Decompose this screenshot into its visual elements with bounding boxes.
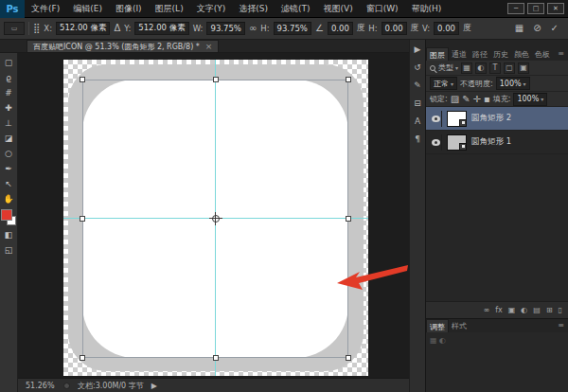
hskew-input[interactable]: 0.00 (382, 22, 407, 35)
commit-transform-icon[interactable]: ✓ (551, 22, 559, 35)
menu-help[interactable]: 帮助(H) (405, 3, 449, 15)
healing-brush-tool[interactable]: ✚ (1, 100, 17, 116)
menu-filter[interactable]: 滤镜(T) (275, 3, 317, 15)
hand-tool[interactable]: ✋ (1, 191, 17, 206)
tab-channels[interactable]: 通道 (449, 47, 470, 61)
tab-adjustments[interactable]: 调整 (426, 319, 449, 332)
layer-name[interactable]: 圆角矩形 1 (471, 136, 511, 148)
layer-style-icon[interactable]: fx (495, 306, 503, 314)
lock-transparency-icon[interactable]: ▨ (451, 93, 459, 106)
menu-view[interactable]: 视图(V) (316, 3, 359, 15)
menu-edit[interactable]: 编辑(E) (66, 3, 109, 15)
document-tab[interactable]: 百度贴吧ICON @ 51.3% (圆角矩形 2, RGB/8) * × (27, 40, 219, 52)
y-input[interactable]: 512.00 像素 (134, 22, 188, 35)
status-bar: 51.26% 文档:3.00M/0 字节 ▶ (18, 378, 409, 392)
eye-icon (432, 139, 440, 146)
opacity-input[interactable]: 100% ▾ (496, 77, 530, 90)
height-input[interactable]: 93.75% (274, 22, 311, 35)
rotate-input[interactable]: 0.00 (328, 22, 353, 35)
layer-row-rounded-rect-1[interactable]: 圆角矩形 1 (426, 131, 568, 154)
close-button[interactable]: ✕ (547, 3, 564, 14)
visibility-toggle[interactable] (430, 111, 442, 127)
expand-panels-icon[interactable]: ▶ (415, 45, 421, 54)
warp-mode-icon[interactable]: ▦ (515, 22, 524, 35)
tab-close-icon[interactable]: × (205, 42, 213, 51)
menu-layer[interactable]: 图层(L) (149, 3, 190, 15)
filter-type-dropdown[interactable]: 类型 ▾ (438, 62, 458, 73)
clone-stamp-tool[interactable]: ⊥ (1, 116, 17, 131)
zoom-level-field[interactable]: 51.26% (26, 382, 56, 390)
new-group-icon[interactable]: ▤ (533, 306, 541, 314)
tab-styles[interactable]: 样式 (449, 319, 470, 332)
link-dimensions-icon[interactable]: ∞ (249, 22, 257, 35)
blend-mode-select[interactable]: 正常 ▾ (430, 77, 457, 90)
blur-tool[interactable]: ○ (1, 146, 17, 161)
filter-type-layers-icon[interactable]: T (489, 62, 501, 74)
path-select-tool[interactable]: ↖ (1, 176, 17, 191)
lock-pixels-icon[interactable]: ✎ (462, 93, 470, 106)
status-options-arrow-icon[interactable]: ▶ (151, 382, 157, 390)
eraser-tool[interactable]: ◪ (1, 131, 17, 146)
adjustment-layer-icon[interactable]: ◐ (521, 306, 527, 314)
tab-layers[interactable]: 图层 (426, 47, 449, 61)
canvas-area[interactable] (18, 53, 409, 378)
foreground-color-swatch[interactable] (1, 209, 12, 221)
cancel-transform-icon[interactable]: ⊘ (533, 22, 541, 35)
filter-smart-objects-icon[interactable]: ▣ (518, 62, 529, 74)
vskew-input[interactable]: 0.00 (434, 22, 459, 35)
menu-window[interactable]: 窗口(W) (360, 3, 405, 15)
layer-mask-icon[interactable]: ▣ (508, 306, 516, 314)
tab-color[interactable]: 颜色 (511, 47, 532, 61)
lock-position-icon[interactable]: ✛ (473, 93, 481, 106)
brush-presets-panel-icon[interactable]: ✎ (414, 80, 421, 90)
tab-history[interactable]: 历史 (490, 47, 511, 61)
layer-name[interactable]: 圆角矩形 2 (471, 113, 511, 124)
rectangular-marquee-tool[interactable]: ▢ (1, 55, 17, 70)
x-input[interactable]: 512.00 像素 (56, 22, 110, 35)
filter-shape-layers-icon[interactable]: ▢ (504, 62, 515, 74)
y-label: Y: (124, 24, 131, 33)
lasso-tool[interactable]: ϱ (1, 70, 17, 85)
reference-point-icon[interactable]: ⣿ (33, 22, 40, 35)
layer-row-rounded-rect-2[interactable]: 圆角矩形 2 (426, 107, 568, 131)
adjustment-preset-icons[interactable]: ▦ ◐ (430, 336, 446, 345)
menu-bar: Ps 文件(F) 编辑(E) 图像(I) 图层(L) 文字(Y) 选择(S) 滤… (0, 0, 568, 18)
relative-position-icon[interactable]: Δ (114, 22, 120, 35)
paragraph-panel-icon[interactable]: ¶ (415, 134, 420, 144)
pen-tool[interactable]: ✒ (1, 161, 17, 176)
layer-thumbnail[interactable] (447, 111, 467, 127)
menu-file[interactable]: 文件(F) (25, 3, 66, 15)
eye-icon (432, 116, 440, 122)
link-layers-icon[interactable]: ∞ (484, 306, 490, 314)
filter-pixel-layers-icon[interactable]: ▦ (461, 62, 472, 74)
clone-source-panel-icon[interactable]: ⊟ (414, 98, 421, 108)
adjustments-panel-tabs: 调整 样式 ≡ (426, 319, 568, 332)
panel-menu-icon[interactable]: ≡ (554, 319, 568, 332)
maximize-button[interactable]: □ (527, 3, 544, 14)
panel-drag-bar[interactable] (426, 40, 568, 47)
panel-menu-icon[interactable]: ≡ (554, 47, 568, 61)
filter-adjustment-layers-icon[interactable]: ◐ (475, 62, 487, 74)
quick-mask-button[interactable]: ◧ (1, 227, 17, 242)
visibility-toggle[interactable] (430, 134, 442, 151)
photoshop-window: Ps 文件(F) 编辑(E) 图像(I) 图层(L) 文字(Y) 选择(S) 滤… (0, 0, 568, 392)
menu-type[interactable]: 文字(Y) (190, 3, 233, 15)
new-layer-icon[interactable]: ⊞ (546, 306, 553, 314)
lock-all-icon[interactable]: ▪ (484, 93, 490, 106)
menu-image[interactable]: 图像(I) (109, 3, 149, 15)
delete-layer-icon[interactable]: ▯ (559, 306, 562, 314)
fill-input[interactable]: 100% ▾ (513, 93, 547, 106)
character-panel-icon[interactable]: A (415, 116, 420, 126)
x-label: X: (44, 24, 52, 33)
crop-tool[interactable]: # (1, 85, 17, 100)
history-panel-icon[interactable]: ↺ (414, 62, 421, 72)
width-input[interactable]: 93.75% (206, 22, 244, 35)
tool-preset-picker[interactable]: ▭ (4, 22, 25, 35)
screen-mode-button[interactable]: ◱ (1, 242, 17, 258)
tab-paths[interactable]: 路径 (470, 47, 490, 61)
tab-swatches[interactable]: 色板 (532, 47, 553, 61)
separator (28, 22, 29, 35)
minimize-button[interactable]: ─ (507, 3, 524, 14)
menu-select[interactable]: 选择(S) (232, 3, 275, 15)
layer-thumbnail[interactable] (447, 134, 467, 151)
